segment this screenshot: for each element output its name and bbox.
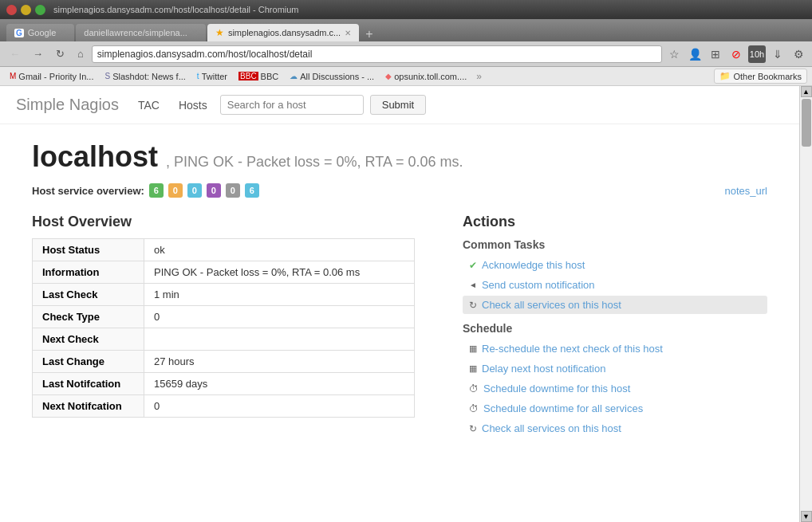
other-bookmarks[interactable]: 📁 Other Bookmarks — [714, 69, 807, 84]
nav-icons: ☆ 👤 ⊞ ⊘ 10h ⇓ ⚙ — [665, 45, 807, 63]
bookmark-opsunix[interactable]: ◆ opsunix.toll.com.... — [380, 70, 471, 83]
google-icon: G — [14, 29, 24, 37]
maximize-button[interactable] — [35, 5, 45, 15]
row-value: ok — [144, 239, 415, 261]
acknowledge-action[interactable]: ✔ Acknowledge this host — [463, 256, 767, 274]
scroll-up-button[interactable]: ▲ — [801, 86, 812, 97]
page-wrapper: Simple Nagios TAC Hosts Submit localhost… — [0, 86, 812, 522]
check-services-link-schedule[interactable]: Check all services on this host — [482, 422, 621, 434]
bookmark-icon[interactable]: ☆ — [665, 45, 683, 63]
bookmark-all-discussions[interactable]: ☁ All Discussions - ... — [285, 70, 379, 83]
bookmark-gmail[interactable]: M Gmail - Priority In... — [5, 70, 98, 83]
row-label: Last Change — [33, 351, 144, 373]
actions-section: Actions Common Tasks ✔ Acknowledge this … — [463, 214, 767, 439]
bookmark-label: Slashdot: News f... — [112, 72, 186, 81]
host-search-input[interactable] — [220, 95, 364, 115]
tab-close-simplenagios[interactable]: ✕ — [345, 29, 351, 37]
minimize-button[interactable] — [21, 5, 31, 15]
notes-url-link[interactable]: notes_url — [725, 185, 767, 197]
calendar-icon-2: ▦ — [469, 363, 477, 374]
close-button[interactable] — [6, 5, 17, 15]
main-body: localhost , PING OK - Packet loss = 0%, … — [0, 124, 799, 455]
overview-table: Host Status ok Information PING OK - Pac… — [32, 238, 415, 418]
check-services-link-common[interactable]: Check all services on this host — [482, 299, 621, 311]
badge-blue-2[interactable]: 6 — [245, 183, 259, 198]
reschedule-link[interactable]: Re-schedule the next check of this host — [482, 343, 663, 355]
row-value: 0 — [144, 395, 415, 418]
downtime-services-link[interactable]: Schedule downtime for all services — [483, 402, 643, 414]
menu-icon[interactable]: ⊘ — [727, 45, 745, 63]
scrollbar[interactable]: ▲ ▼ — [799, 86, 812, 522]
more-bookmarks-indicator[interactable]: » — [476, 71, 482, 82]
common-tasks-label: Common Tasks — [463, 238, 767, 251]
scroll-down-button[interactable]: ▼ — [801, 511, 812, 522]
table-row: Information PING OK - Packet loss = 0%, … — [33, 261, 415, 284]
bookmark-twitter[interactable]: t Twitter — [192, 70, 232, 83]
row-value: PING OK - Packet loss = 0%, RTA = 0.06 m… — [144, 261, 415, 284]
badge-green[interactable]: 6 — [149, 183, 164, 198]
host-overview: Host Overview Host Status ok Information… — [32, 214, 415, 418]
downtime-services-action[interactable]: ⏱ Schedule downtime for all services — [463, 399, 767, 418]
tab-daniellawrence[interactable]: daniellawrence/simplena... ✕ — [76, 24, 206, 41]
reschedule-action[interactable]: ▦ Re-schedule the next check of this hos… — [463, 339, 767, 358]
tab-bar: G Google ✕ daniellawrence/simplena... ✕ … — [0, 19, 812, 41]
forward-button[interactable]: → — [28, 45, 48, 62]
hosts-link[interactable]: Hosts — [172, 96, 214, 115]
downtime-host-link[interactable]: Schedule downtime for this host — [483, 383, 630, 394]
refresh-icon-common: ↻ — [469, 300, 477, 311]
delay-notification-action[interactable]: ▦ Delay next host notification — [463, 359, 767, 378]
bookmark-slashdot[interactable]: S Slashdot: News f... — [100, 70, 190, 83]
window-controls[interactable] — [6, 5, 45, 15]
page-content: Simple Nagios TAC Hosts Submit localhost… — [0, 86, 799, 522]
clock-icon-2: ⏱ — [469, 403, 479, 414]
tab-close-google[interactable]: ✕ — [60, 29, 66, 37]
service-overview-label: Host service overview: — [32, 185, 144, 197]
acknowledge-link[interactable]: Acknowledge this host — [482, 259, 585, 271]
submit-button[interactable]: Submit — [370, 95, 426, 115]
opsunix-icon: ◆ — [385, 72, 392, 80]
back-button[interactable]: ← — [5, 45, 25, 62]
downtime-host-action[interactable]: ⏱ Schedule downtime for this host — [463, 379, 767, 398]
settings-icon[interactable]: ⚙ — [790, 45, 807, 63]
delay-notification-link[interactable]: Delay next host notification — [482, 363, 605, 375]
tab-google[interactable]: G Google ✕ — [6, 24, 74, 41]
tac-link[interactable]: TAC — [132, 96, 166, 115]
bookmark-label: BBC — [261, 72, 279, 81]
address-bar[interactable]: simplenagios.dansysadm.com/host/localhos… — [92, 45, 662, 63]
custom-notification-action[interactable]: ◄ Send custom notification — [463, 276, 767, 294]
badge-blue-1[interactable]: 0 — [187, 183, 202, 198]
table-row: Next Notifcation 0 — [33, 395, 415, 418]
extension-icon[interactable]: ⊞ — [707, 45, 724, 63]
tab-close-daniellawrence[interactable]: ✕ — [191, 29, 198, 37]
scroll-thumb[interactable] — [802, 99, 811, 147]
tab-simplenagios[interactable]: ★ simplenagios.dansysadm.c... ✕ — [207, 24, 359, 41]
host-name: localhost — [32, 140, 158, 174]
badge-gray[interactable]: 0 — [226, 183, 240, 198]
row-value: 15659 days — [144, 373, 415, 395]
row-value: 1 min — [144, 284, 415, 306]
badge-purple[interactable]: 0 — [207, 183, 221, 198]
new-tab-button[interactable]: + — [361, 27, 377, 41]
check-services-action-schedule[interactable]: ↻ Check all services on this host — [463, 419, 767, 438]
bookmark-bbc[interactable]: BBC BBC — [234, 70, 283, 83]
tab-label: simplenagios.dansysadm.c... — [228, 28, 341, 37]
nagios-icon: ★ — [215, 27, 224, 38]
custom-notification-link[interactable]: Send custom notification — [482, 279, 595, 291]
app-title: Simple Nagios — [16, 96, 119, 114]
person-icon[interactable]: 👤 — [686, 45, 704, 63]
service-overview: Host service overview: 6 0 0 0 0 6 notes… — [32, 183, 767, 198]
cloud-icon: ☁ — [290, 72, 298, 80]
nav-bar: ← → ↻ ⌂ simplenagios.dansysadm.com/host/… — [0, 41, 812, 67]
host-overview-title: Host Overview — [32, 214, 415, 230]
time-icon[interactable]: 10h — [748, 45, 766, 63]
badge-orange[interactable]: 0 — [168, 183, 183, 198]
reload-button[interactable]: ↻ — [51, 45, 69, 62]
table-row: Last Check 1 min — [33, 284, 415, 306]
app-header: Simple Nagios TAC Hosts Submit — [0, 86, 799, 124]
home-button[interactable]: ⌂ — [73, 45, 89, 62]
download-icon[interactable]: ⇓ — [769, 45, 786, 63]
other-bookmarks-label: Other Bookmarks — [733, 72, 802, 81]
row-label: Next Check — [33, 328, 144, 351]
check-services-action-common[interactable]: ↻ Check all services on this host — [463, 296, 767, 314]
table-row: Check Type 0 — [33, 306, 415, 328]
